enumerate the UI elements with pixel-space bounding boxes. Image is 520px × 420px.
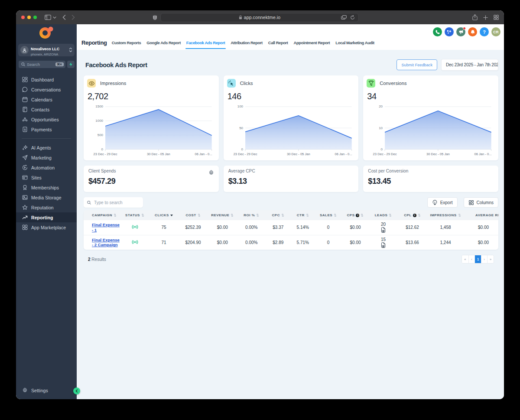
tab-custom-reports[interactable]: Custom Reports — [112, 35, 141, 50]
desktop-background: app.connektme.io — [0, 0, 520, 420]
sidebar-item-memberships[interactable]: Memberships — [16, 182, 77, 192]
column-header-impressions[interactable]: Impressions — [427, 210, 464, 220]
column-header-status[interactable]: Status — [120, 210, 149, 220]
export-button[interactable]: Export — [427, 197, 458, 208]
ai-assistant-button[interactable] — [67, 61, 75, 68]
sidebar-item-payments[interactable]: Payments — [16, 124, 77, 134]
table-cell: 0.00% — [237, 235, 266, 250]
pager-button[interactable]: » — [487, 255, 494, 263]
browser-titlebar: app.connektme.io — [16, 10, 504, 24]
sidebar-item-app-marketplace[interactable]: App Marketplace — [16, 222, 77, 232]
sidebar-item-reporting[interactable]: Reporting — [16, 212, 77, 222]
kpi-card-cost-per-conversion: Cost per Conversion $13.45 — [363, 166, 498, 192]
kpi-label: Cost per Conversion — [368, 169, 408, 173]
page-button-current[interactable]: 1 — [474, 255, 481, 263]
column-header-sales[interactable]: Sales — [315, 210, 341, 220]
sidebar-item-contacts[interactable]: Contacts — [16, 104, 77, 114]
url-text: app.connektme.io — [244, 15, 281, 20]
campaign-link[interactable]: Final Expense - 1 — [92, 222, 120, 232]
sidebar-toggle-icon[interactable] — [45, 15, 51, 20]
reload-icon[interactable] — [350, 15, 355, 20]
column-header-clicks[interactable]: Clicks — [149, 210, 179, 220]
table-cell: 1,458 — [427, 220, 464, 235]
tab-call-report[interactable]: Call Report — [268, 35, 288, 50]
sidebar-item-ai-agents[interactable]: AI Agents — [16, 143, 77, 153]
sidebar-item-label: Automation — [31, 165, 55, 170]
pager-button[interactable]: › — [481, 255, 488, 263]
table-cell: $12.62 — [397, 220, 427, 235]
sidebar-item-reputation[interactable]: Reputation — [16, 202, 77, 212]
award-icon — [22, 185, 28, 190]
tab-facebook-ads-report[interactable]: Facebook Ads Report — [186, 35, 225, 50]
column-header-leads[interactable]: Leads — [369, 210, 397, 220]
new-tab-icon[interactable] — [483, 14, 488, 20]
account-switcher[interactable]: Novaliveco LLC phoneix, ARIZONA — [18, 44, 75, 56]
column-header-campaign[interactable]: Campaign — [84, 210, 120, 220]
sidebar-search-input[interactable]: Search ⌘K — [19, 61, 65, 68]
date-range-picker[interactable]: Dec 23rd 2025 - Jan 7th 202 — [441, 59, 498, 71]
sidebar-item-sites[interactable]: Sites — [16, 173, 77, 182]
tab-grid-icon[interactable] — [494, 14, 499, 20]
sidebar-item-dashboard[interactable]: Dashboard — [16, 75, 77, 85]
search-placeholder: Search — [27, 62, 55, 67]
campaign-link[interactable]: Final Expense - 2 Campaign — [92, 238, 120, 247]
kpi-settings-gear-icon[interactable] — [208, 169, 214, 177]
sidebar-item-label: Dashboard — [31, 77, 54, 82]
sidebar-item-marketing[interactable]: Marketing — [16, 153, 77, 163]
leads-file-icon[interactable] — [381, 242, 386, 248]
address-bar[interactable]: app.connektme.io — [160, 13, 359, 22]
sidebar-collapse-button[interactable] — [73, 387, 80, 394]
tab-appointment-report[interactable]: Appointment Report — [294, 35, 330, 50]
tab-overview-small-icon[interactable] — [341, 15, 347, 20]
table-search-input[interactable]: Type to search — [84, 197, 143, 208]
status-active-icon — [132, 240, 138, 244]
tab-google-ads-report[interactable]: Google Ads Report — [146, 35, 181, 50]
column-header-ctr[interactable]: CTR — [291, 210, 315, 220]
column-header-revenue[interactable]: Revenue — [208, 210, 237, 220]
sidebar-item-conversations[interactable]: Conversations — [16, 85, 77, 94]
sidebar-item-label: Conversations — [31, 87, 61, 92]
page-title: Facebook Ads Report — [85, 62, 147, 68]
column-header-cost[interactable]: Cost — [179, 210, 208, 220]
sidebar-chevron-icon[interactable] — [53, 16, 56, 19]
sort-desc-icon — [170, 215, 173, 216]
sidebar-item-automation[interactable]: Automation — [16, 163, 77, 173]
sidebar-item-settings[interactable]: Settings — [16, 385, 77, 395]
zoom-window-button[interactable] — [33, 16, 37, 19]
sidebar-item-media-storage[interactable]: Media Storage — [16, 192, 77, 202]
sparkle-icon — [22, 145, 28, 150]
submit-feedback-button[interactable]: Submit Feedback — [396, 59, 437, 70]
close-window-button[interactable] — [21, 16, 25, 19]
info-badge[interactable]: ? — [413, 214, 416, 217]
column-header-cps[interactable]: CPS? — [341, 210, 369, 220]
table-cell: $13.66 — [397, 235, 427, 250]
column-header-cpc[interactable]: CPC — [266, 210, 291, 220]
pager-button[interactable]: ‹ — [468, 255, 475, 263]
sidebar-item-label: Opportunities — [31, 117, 59, 122]
sort-icon — [361, 213, 364, 217]
info-badge[interactable]: ? — [356, 214, 359, 217]
column-header-roi-[interactable]: ROI % — [237, 210, 266, 220]
tab-local-marketing-audit[interactable]: Local Marketing Audit — [335, 35, 374, 50]
kpi-card-average-cpc: Average CPC $3.13 — [224, 166, 359, 192]
report-tabs: Reporting Custom ReportsGoogle Ads Repor… — [81, 35, 504, 50]
forward-button[interactable] — [72, 15, 75, 20]
reporting-title: Reporting — [81, 39, 107, 46]
funnel-icon — [367, 79, 375, 88]
columns-button[interactable]: Columns — [464, 197, 498, 208]
leads-file-icon[interactable] — [381, 227, 386, 233]
privacy-shield-icon[interactable] — [153, 15, 157, 20]
tab-attribution-report[interactable]: Attribution Report — [231, 35, 263, 50]
back-button[interactable] — [62, 15, 66, 20]
svg-text:23 Dec - 29 Dec: 23 Dec - 29 Dec — [233, 152, 257, 156]
column-header-average-re[interactable]: Average Re — [464, 210, 498, 220]
column-header-cpl[interactable]: CPL? — [397, 210, 427, 220]
minimize-window-button[interactable] — [27, 16, 31, 19]
table-cell: 5.71% — [291, 235, 315, 250]
nodes-icon — [22, 117, 28, 122]
pager-button[interactable]: « — [462, 255, 468, 263]
sidebar-item-opportunities[interactable]: Opportunities — [16, 114, 77, 124]
kpi-card-client-spends: Client Spends $457.29 — [84, 166, 219, 192]
share-icon[interactable] — [472, 14, 478, 20]
sidebar-item-calendars[interactable]: Calendars — [16, 94, 77, 104]
